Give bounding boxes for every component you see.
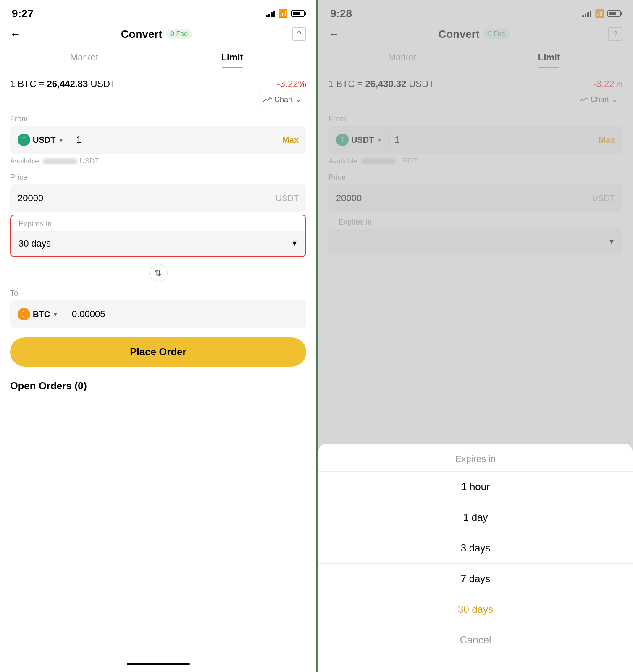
from-input-left[interactable] xyxy=(76,134,282,145)
price-suffix-left: USDT xyxy=(276,194,299,203)
from-max-left[interactable]: Max xyxy=(282,135,299,145)
header-center-left: Convert 0 Fee xyxy=(121,28,192,41)
open-orders-left: Open Orders (0) xyxy=(0,373,316,395)
swap-row-left: ⇅ xyxy=(0,260,316,286)
tabs-left: Market Limit xyxy=(0,47,316,68)
expires-row-left[interactable]: 30 days ▼ xyxy=(11,231,305,256)
to-currency-name-left: BTC xyxy=(33,310,50,319)
status-bar-left: 9:27 📶 xyxy=(0,0,316,23)
picker-option-cancel[interactable]: Cancel xyxy=(318,625,633,655)
expires-dropdown-arrow-left: ▼ xyxy=(291,240,298,247)
picker-sheet: Expires in 1 hour 1 day 3 days 7 days 30… xyxy=(318,444,633,672)
usdt-icon-left: T xyxy=(18,134,30,146)
expires-label-left: Expires in xyxy=(11,215,305,231)
from-currency-name-left: USDT xyxy=(33,135,55,145)
header-title-left: Convert xyxy=(121,28,162,41)
to-label-left: To xyxy=(0,286,316,300)
tab-limit-left[interactable]: Limit xyxy=(158,47,307,68)
to-input-row-left: ₿ BTC ▼ xyxy=(10,300,306,328)
from-input-row-left: T USDT ▼ Max xyxy=(10,126,306,154)
available-text-left: Available: USDT xyxy=(0,156,316,170)
chart-toggle-row-left: Chart ⌄ xyxy=(0,91,316,111)
to-input-divider-left xyxy=(66,308,66,320)
to-input-left[interactable] xyxy=(72,309,299,320)
right-panel: 9:28 📶 ← Convert 0 Fee ? Market xyxy=(316,0,633,672)
from-currency-selector-left[interactable]: T USDT ▼ xyxy=(18,134,64,146)
rate-change-left: -3.22% xyxy=(277,79,306,89)
header-left: ← Convert 0 Fee ? xyxy=(0,23,316,47)
place-order-button-left[interactable]: Place Order xyxy=(10,337,306,367)
battery-icon xyxy=(291,10,305,17)
from-input-divider-left xyxy=(70,134,70,146)
wifi-icon: 📶 xyxy=(278,9,288,18)
rate-row-left: 1 BTC = 26,442.83 USDT -3.22% xyxy=(0,75,316,91)
chart-mini-icon-left xyxy=(263,97,272,102)
from-label-left: From xyxy=(0,111,316,126)
price-label-left: Price xyxy=(0,170,316,184)
to-currency-selector-left[interactable]: ₿ BTC ▼ xyxy=(18,308,60,320)
picker-option-1hour[interactable]: 1 hour xyxy=(318,472,633,502)
from-dropdown-arrow-left: ▼ xyxy=(58,136,64,143)
fee-badge-left: 0 Fee xyxy=(166,29,192,39)
picker-option-1day[interactable]: 1 day xyxy=(318,502,633,533)
picker-title: Expires in xyxy=(318,444,633,472)
expires-container-left: Expires in 30 days ▼ xyxy=(10,215,306,257)
tab-market-left[interactable]: Market xyxy=(10,47,158,68)
help-icon-left[interactable]: ? xyxy=(292,27,306,41)
picker-option-7days[interactable]: 7 days xyxy=(318,564,633,594)
chart-chevron-left: ⌄ xyxy=(295,95,302,104)
back-button-left[interactable]: ← xyxy=(10,28,21,41)
swap-button-left[interactable]: ⇅ xyxy=(149,264,168,282)
btc-icon-left: ₿ xyxy=(18,308,30,320)
status-icons-left: 📶 xyxy=(266,9,305,18)
status-time-left: 9:27 xyxy=(12,7,34,20)
picker-option-3days[interactable]: 3 days xyxy=(318,533,633,564)
price-input-row-left: USDT xyxy=(10,184,306,212)
price-input-left[interactable] xyxy=(18,193,276,204)
signal-icon xyxy=(266,10,275,17)
to-dropdown-arrow-left: ▼ xyxy=(53,311,58,318)
home-indicator-left xyxy=(127,663,190,665)
rate-text-left: 1 BTC = 26,442.83 USDT xyxy=(10,79,116,89)
available-blurred-left xyxy=(43,158,77,164)
chart-toggle-left[interactable]: Chart ⌄ xyxy=(259,93,306,106)
picker-option-30days[interactable]: 30 days xyxy=(318,594,633,625)
expires-value-left: 30 days xyxy=(18,238,51,249)
left-panel: 9:27 📶 ← Convert 0 Fee ? Market xyxy=(0,0,316,672)
